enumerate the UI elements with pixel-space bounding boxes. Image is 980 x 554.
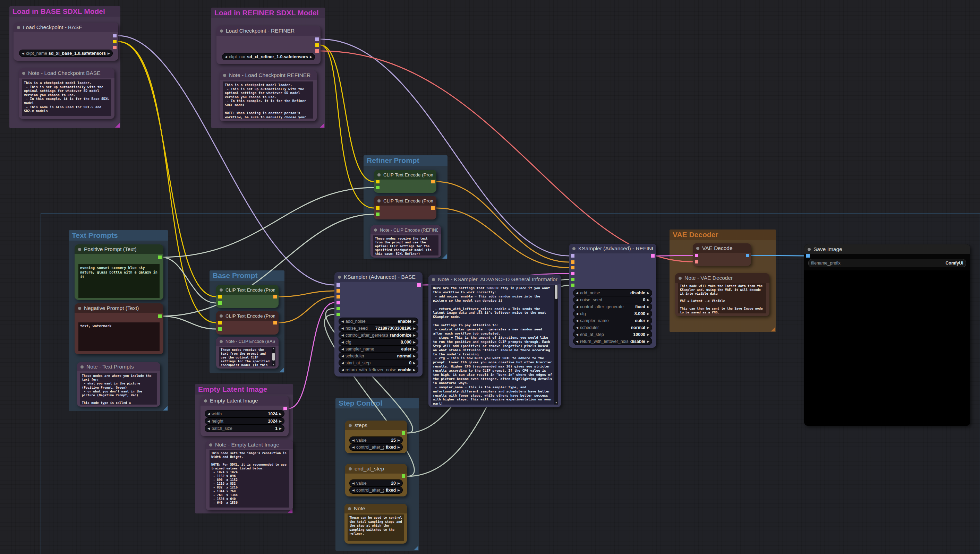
increment-arrow-icon[interactable]: ▶ [647,319,650,322]
decrement-arrow-icon[interactable]: ◀ [207,419,210,423]
node-negative-prompt[interactable]: Negative Prompt (Text) text, watermark [75,303,163,354]
input-slot-clip[interactable] [218,321,222,325]
input-slot-model[interactable] [337,283,340,287]
node-header[interactable]: VAE Decode [693,244,751,253]
input-slot-latent-image[interactable] [337,301,340,304]
scrollbar[interactable]: ▼ [554,285,558,404]
decrement-arrow-icon[interactable]: ◀ [352,489,354,492]
widget-filename-prefix[interactable]: filename_prefixComfyUI [808,259,966,267]
collapse-dot-icon[interactable] [432,278,435,281]
resize-handle-icon[interactable] [320,123,324,127]
node-positive-prompt[interactable]: Positive Prompt (Text) evening sunset sc… [75,244,163,300]
collapse-dot-icon[interactable] [808,248,811,251]
prompt-textarea[interactable]: evening sunset scenery blue sky nature, … [78,264,160,298]
node-header[interactable]: Load Checkpoint - REFINER [217,26,321,36]
increment-arrow-icon[interactable]: ▶ [279,412,282,416]
node-vae-decode[interactable]: VAE Decode [693,244,751,266]
node-header[interactable]: CLIP Text Encode (Prompt) [374,196,436,205]
node-header[interactable]: Note - Empty Latent Image [206,440,293,449]
increment-arrow-icon[interactable]: ▶ [413,354,416,358]
decrement-arrow-icon[interactable]: ◀ [342,341,344,344]
collapse-dot-icon[interactable] [223,74,226,77]
node-note-text-prompts[interactable]: Note - Text Prompts These nodes are wher… [77,362,160,407]
decrement-arrow-icon[interactable]: ◀ [342,334,344,337]
input-slot-text[interactable] [218,327,222,331]
node-save-image[interactable]: Save Image filename_prefixComfyUI [804,244,970,426]
scrollbar[interactable]: ▲▼ [271,347,275,366]
note-text[interactable]: This is a checkpoint model loader. - Thi… [223,81,313,119]
scrollbar-thumb[interactable] [272,353,275,361]
decrement-arrow-icon[interactable]: ◀ [342,361,344,365]
widget-ckpt-name[interactable]: ◀ckpt_namesd_xl_refiner_1.0.safetensors▶ [222,53,315,60]
group-title[interactable]: Text Prompts [69,230,168,240]
widget-width[interactable]: ◀width1024▶ [205,410,284,417]
collapse-dot-icon[interactable] [374,228,377,232]
widget-return-with-leftover-noise[interactable]: ◀return_with_leftover_noiseenable▶ [338,366,418,373]
node-header[interactable]: Note - Text Prompts [77,362,160,371]
widget-end-at-step[interactable]: ◀end_at_step10000▶ [573,331,652,338]
node-header[interactable]: Save Image [804,244,970,254]
increment-arrow-icon[interactable]: ▶ [647,291,650,295]
input-slot-clip[interactable] [376,180,380,183]
group-title[interactable]: Step Control [335,398,419,408]
group-title[interactable]: Empty Latent Image [195,384,293,395]
collapse-dot-icon[interactable] [572,247,576,250]
output-slot-int[interactable] [402,431,405,435]
decrement-arrow-icon[interactable]: ◀ [342,347,344,351]
collapse-dot-icon[interactable] [17,26,20,29]
input-slot-negative[interactable] [337,295,340,298]
decrement-arrow-icon[interactable]: ◀ [576,326,578,330]
node-note-clip-base[interactable]: Note - CLIP Encode (BASE) These nodes re… [216,337,279,369]
widget-value[interactable]: ◀value20▶ [350,479,403,487]
collapse-dot-icon[interactable] [349,424,352,427]
node-clip-encode-refiner-positive[interactable]: CLIP Text Encode (Prompt) [374,170,436,193]
output-slot-vae[interactable] [113,46,117,49]
note-text[interactable]: These nodes receive the text from the pr… [373,236,439,256]
output-slot-string[interactable] [158,314,162,318]
group-title[interactable]: Load in BASE SDXL Model [10,6,120,17]
resize-handle-icon[interactable] [442,254,447,259]
note-text[interactable]: This node will take the latent data from… [678,283,766,314]
increment-arrow-icon[interactable]: ▶ [647,340,650,343]
output-slot-model[interactable] [315,37,319,41]
decrement-arrow-icon[interactable]: ◀ [342,326,344,330]
widget-noise-seed[interactable]: ◀noise_seed0▶ [573,296,652,303]
resize-handle-icon[interactable] [414,546,418,550]
node-header[interactable]: Note [345,504,407,513]
widget-cfg[interactable]: ◀cfg8.000▶ [338,338,418,345]
collapse-dot-icon[interactable] [696,247,699,250]
collapse-dot-icon[interactable] [349,467,352,470]
input-slot-text[interactable] [376,213,380,216]
increment-arrow-icon[interactable]: ▶ [397,489,400,492]
decrement-arrow-icon[interactable]: ◀ [576,305,578,309]
input-slot-clip[interactable] [376,206,380,210]
decrement-arrow-icon[interactable]: ◀ [352,482,354,485]
node-ksampler-refiner[interactable]: KSampler (Advanced) - REFINER ◀add_noise… [569,244,656,348]
resize-handle-icon[interactable] [771,327,775,331]
output-slot-latent[interactable] [417,283,421,287]
output-slot-conditioning[interactable] [431,180,435,183]
input-slot-steps[interactable] [571,278,575,281]
increment-arrow-icon[interactable]: ▶ [397,446,400,449]
note-text[interactable]: This node sets the image's resolution in… [209,450,289,508]
node-header[interactable]: Note - Load Checkpoint REFINER [220,70,317,80]
decrement-arrow-icon[interactable]: ◀ [576,319,578,322]
widget-scheduler[interactable]: ◀schedulernormal▶ [573,324,652,331]
decrement-arrow-icon[interactable]: ◀ [342,320,344,323]
increment-arrow-icon[interactable]: ▶ [413,320,416,323]
decrement-arrow-icon[interactable]: ◀ [576,333,578,336]
increment-arrow-icon[interactable]: ▶ [647,312,650,315]
decrement-arrow-icon[interactable]: ◀ [342,368,344,372]
widget-height[interactable]: ◀height1024▶ [205,417,284,425]
decrement-arrow-icon[interactable]: ◀ [207,427,210,430]
scrollbar-thumb[interactable] [555,285,557,299]
widget-noise-seed[interactable]: ◀noise_seed721897303308196▶ [338,325,418,332]
increment-arrow-icon[interactable]: ▶ [413,347,416,351]
scroll-up-icon[interactable]: ▲ [272,347,275,350]
decrement-arrow-icon[interactable]: ◀ [352,439,354,442]
node-header[interactable]: Note - CLIP Encode (BASE) [216,337,279,346]
output-slot-conditioning[interactable] [431,206,435,210]
node-header[interactable]: Note - Load Checkpoint BASE [19,68,115,78]
prompt-textarea[interactable]: text, watermark [78,322,160,351]
increment-arrow-icon[interactable]: ▶ [647,333,650,336]
